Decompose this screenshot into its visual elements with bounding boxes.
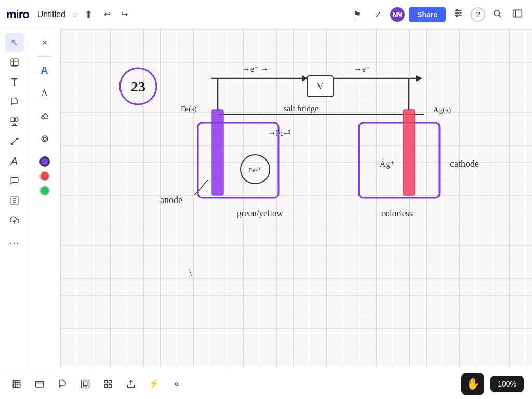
text-tool[interactable]: T xyxy=(5,73,24,91)
color-red[interactable] xyxy=(39,171,50,181)
svg-text:salt bridge: salt bridge xyxy=(284,104,318,113)
sticky-note-tool[interactable] xyxy=(5,92,24,111)
svg-rect-8 xyxy=(513,10,522,17)
svg-rect-60 xyxy=(36,381,44,387)
svg-point-14 xyxy=(15,118,18,121)
color-options xyxy=(39,156,50,196)
svg-text:V: V xyxy=(317,81,324,91)
redo-button[interactable]: ↪ xyxy=(118,7,131,21)
svg-rect-63 xyxy=(83,382,87,386)
color-green[interactable] xyxy=(39,185,50,196)
svg-text:green/yellow: green/yellow xyxy=(237,208,283,218)
export-icon[interactable]: ⬆ xyxy=(85,9,92,20)
svg-text:colorless: colorless xyxy=(381,208,413,218)
svg-text:anode: anode xyxy=(160,195,182,205)
table-tool[interactable] xyxy=(8,376,25,392)
settings-icon[interactable] xyxy=(450,6,467,23)
svg-rect-40 xyxy=(198,123,278,198)
svg-point-4 xyxy=(459,12,460,14)
svg-point-16 xyxy=(11,143,12,145)
canvas-area[interactable]: 23 V →e⁻ → →e⁻ salt bridge Fe(s) Ag(s) →… xyxy=(60,29,532,368)
svg-point-24 xyxy=(42,136,48,142)
svg-point-5 xyxy=(456,15,458,16)
svg-text:→Fe+²: →Fe+² xyxy=(268,129,290,137)
svg-rect-64 xyxy=(104,380,107,383)
handwriting-tool[interactable]: A xyxy=(35,84,54,102)
align-tool[interactable] xyxy=(5,191,24,210)
grid-tool[interactable] xyxy=(100,376,116,392)
svg-rect-13 xyxy=(11,118,14,121)
svg-rect-41 xyxy=(212,110,223,195)
drawing-canvas: 23 V →e⁻ → →e⁻ salt bridge Fe(s) Ag(s) →… xyxy=(60,29,532,368)
top-bar: miro Untitled ☆ ⬆ ↩ ↪ ⚑ ⤢ NM Share ? xyxy=(0,0,532,29)
sticky-small-tool[interactable] xyxy=(54,376,71,392)
svg-point-42 xyxy=(241,155,270,184)
share-button[interactable]: Share xyxy=(409,7,446,22)
lightning-tool[interactable]: ⚡ xyxy=(145,376,162,392)
svg-point-17 xyxy=(16,138,18,139)
search-top-icon[interactable] xyxy=(489,7,505,22)
pen-tool-a[interactable]: A xyxy=(35,61,54,79)
svg-rect-66 xyxy=(109,384,112,387)
sidebar-toggle-icon[interactable] xyxy=(509,7,526,22)
svg-rect-65 xyxy=(109,380,112,383)
pen-toolbar-divider xyxy=(37,56,52,57)
document-title[interactable]: Untitled xyxy=(37,10,65,19)
flag-icon[interactable]: ⚑ xyxy=(349,6,365,23)
svg-text:Ag(s): Ag(s) xyxy=(433,105,451,114)
help-icon[interactable]: ? xyxy=(471,7,485,22)
upload-tool[interactable] xyxy=(5,211,24,230)
undo-button[interactable]: ↩ xyxy=(101,7,114,21)
arrows-tool[interactable]: « xyxy=(168,376,185,392)
export-small-tool[interactable] xyxy=(123,376,139,392)
svg-rect-10 xyxy=(11,59,18,66)
comment-tool[interactable] xyxy=(5,171,24,190)
svg-point-3 xyxy=(456,9,458,11)
pen-toolbar: ✕ A A xyxy=(29,29,60,368)
svg-text:→e⁻: →e⁻ xyxy=(354,64,370,73)
svg-text:cathode: cathode xyxy=(450,158,479,169)
svg-rect-27 xyxy=(307,76,333,97)
svg-rect-67 xyxy=(104,384,107,387)
svg-text:Ag⁺: Ag⁺ xyxy=(380,159,394,169)
svg-rect-45 xyxy=(403,110,415,195)
bottom-bar: ⚡ « ✋ 100% xyxy=(0,368,532,399)
frame-tool[interactable] xyxy=(5,53,24,72)
svg-point-25 xyxy=(120,68,156,104)
svg-line-7 xyxy=(499,15,501,17)
more-tools-button[interactable]: … xyxy=(5,231,24,249)
favorite-star-icon[interactable]: ☆ xyxy=(72,10,78,19)
svg-rect-44 xyxy=(359,123,440,198)
miro-logo: miro xyxy=(6,8,29,21)
close-pen-toolbar-button[interactable]: ✕ xyxy=(35,33,54,52)
svg-text:→e⁻ →: →e⁻ → xyxy=(242,64,269,73)
svg-point-6 xyxy=(494,10,500,16)
left-toolbar: ↖ T A … xyxy=(0,29,29,368)
user-avatar[interactable]: NM xyxy=(390,7,405,22)
svg-marker-33 xyxy=(416,75,422,82)
svg-marker-30 xyxy=(302,75,308,82)
zoom-level[interactable]: 100% xyxy=(490,376,524,392)
frame-small-tool[interactable] xyxy=(77,376,94,392)
color-purple[interactable] xyxy=(39,156,50,167)
svg-text:Fe(s): Fe(s) xyxy=(181,104,197,113)
svg-text:Fe²⁺: Fe²⁺ xyxy=(249,166,261,174)
svg-rect-55 xyxy=(13,380,20,388)
card-tool[interactable] xyxy=(31,376,48,392)
svg-rect-62 xyxy=(82,380,89,388)
cursor-icon[interactable]: ⤢ xyxy=(369,6,386,23)
svg-text:23: 23 xyxy=(131,78,145,95)
shapes-tool[interactable] xyxy=(5,112,24,131)
svg-text:\: \ xyxy=(189,268,192,278)
hand-tool-button[interactable]: ✋ xyxy=(461,373,484,395)
select-tool[interactable]: ↖ xyxy=(5,33,24,52)
marker-tool[interactable] xyxy=(35,129,54,148)
text-style-tool[interactable]: A xyxy=(5,152,24,170)
line-tool[interactable] xyxy=(5,132,24,151)
svg-point-23 xyxy=(43,137,46,140)
svg-line-54 xyxy=(194,180,208,195)
eraser-tool[interactable] xyxy=(35,107,54,125)
